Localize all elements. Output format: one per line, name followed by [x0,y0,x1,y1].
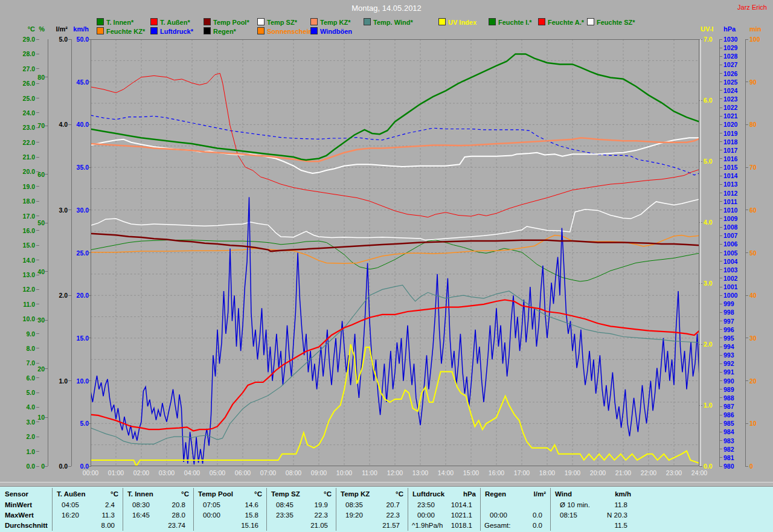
legend-item-regen[interactable]: Regen* [204,27,236,34]
axis-tick-hpa: 1027 [723,61,751,68]
legend-item-uv-index[interactable]: UV Index [438,18,476,25]
legend-swatch [587,18,594,25]
axis-tick-mark [719,364,722,364]
legend-item-feuchte-a[interactable]: Feuchte A.* [538,18,584,25]
axis-tick-mark [719,321,722,321]
table-sensor-unit: l/m² [485,490,546,499]
axis-tick-mark [719,193,722,193]
axis-tick-mark [719,82,722,82]
axis-tick-min: 50 [749,249,773,257]
table-sensor-unit: km/h [555,490,631,499]
legend-item-luftdruck[interactable]: Luftdruck* [150,27,193,34]
axis-tick-mark [719,466,722,467]
table-max-value: 1021.1 [412,511,472,520]
axis-tick-hpa: 1021 [723,112,751,120]
table-column-separator [123,488,123,531]
legend-item-t-innen[interactable]: T. Innen* [97,18,133,25]
axis-tick-mark [719,287,722,287]
legend-swatch [364,18,371,25]
axis-tick-hpa: 1003 [723,266,751,274]
table-avg-value: 11.5 [555,521,627,530]
axis-tick-c: 4.0 [4,403,35,411]
legend-item-windb-en[interactable]: Windböen [310,27,352,34]
axis-tick-mark [719,98,722,99]
table-max-value: 11.3 [57,511,115,520]
axis-tick-km-h: 50.0 [57,36,89,43]
table-separator [0,482,773,487]
axis-tick-mark [719,440,722,441]
axis-tick-min: 90 [749,79,773,86]
legend-swatch [438,18,446,25]
weather-station-window: Montag, 14.05.2012 Jarz Erich T. Innen*T… [0,0,773,532]
x-axis-label: 18:00 [534,469,560,476]
axis-tick-c: 22.0 [4,139,35,146]
table-column-separator [52,488,53,531]
axis-tick-mark [36,260,39,260]
axis-tick-mark [745,124,748,125]
legend-item-temp-kz[interactable]: Temp KZ* [310,18,351,25]
axis-tick-mark [745,466,748,467]
axis-tick-mark [36,348,39,348]
legend-item-t-au-en[interactable]: T. Außen* [150,18,190,25]
x-axis-label: 08:00 [280,469,307,476]
axis-tick-mark [719,449,722,449]
watermark: Jarz Erich [737,4,767,11]
table-min-value: 19.9 [271,501,328,510]
axis-tick-c: 25.0 [4,95,35,102]
series-feuchte-sz [91,199,699,240]
axis-tick-mark [719,372,722,373]
legend-item-sonnenschein[interactable]: Sonnenschein [257,27,312,34]
x-axis-label: 19:00 [559,469,586,476]
legend-label: Feuchte I.* [498,19,532,26]
x-axis-label: 04:00 [179,469,205,476]
x-axis-label: 23:00 [661,469,687,476]
axis-tick-mark [719,107,722,108]
axis-tick-hpa: 1028 [723,53,751,60]
table-column-separator [408,488,408,531]
legend-item-temp-wind[interactable]: Temp. Wind* [364,18,413,25]
table-column-separator [550,488,551,531]
legend-item-feuchte-sz[interactable]: Feuchte SZ* [587,18,635,25]
axis-tick-min: 30 [749,335,773,342]
axis-tick-mark [36,451,39,452]
axis-tick-mark [36,216,39,216]
axis-tick-c: 15.0 [4,242,35,249]
legend-item-feuchte-kz[interactable]: Feuchte KZ* [97,27,145,34]
axis-tick-mark [719,90,722,91]
axis-tick-km-h: 20.0 [57,292,89,299]
legend-label: Temp. Wind* [373,19,413,26]
axis-tick-min: 20 [749,377,773,385]
legend-label: Regen* [213,28,236,35]
legend-label: Feuchte A.* [548,19,584,26]
axis-tick-hpa: 989 [723,386,751,393]
legend-swatch [489,18,496,25]
axis-tick-mark [719,261,722,261]
axis-tick-c: 21.0 [4,153,35,161]
x-axis-label: 09:00 [306,469,332,476]
legend-item-temp-sz[interactable]: Temp SZ* [257,18,297,25]
legend-swatch [538,18,545,25]
table-column-separator [480,488,481,531]
axis-tick-: 50 [13,219,45,226]
axis-tick-mark [719,338,722,338]
x-axis-label: 03:00 [153,469,180,476]
axis-tick-min: 0 [749,463,773,470]
axis-tick-hpa: 984 [723,428,751,435]
axis-tick-mark [719,133,722,133]
legend-item-temp-pool[interactable]: Temp Pool* [204,18,249,25]
axis-tick-hpa: 1004 [723,258,751,265]
x-axis-label: 21:00 [610,469,637,476]
axis-tick-km-h: 5.0 [57,420,89,427]
axis-tick-hpa: 1026 [723,70,751,77]
table-avg-value: 0.0 [485,521,542,530]
table-column-separator [193,488,194,531]
legend-label: Feuchte KZ* [106,28,145,35]
table-min-value [485,501,542,510]
axis-tick-hpa: 988 [723,394,751,402]
table-sensor-unit: hPa [412,490,476,499]
axis-tick-mark [36,142,39,143]
axis-tick-min: 70 [749,164,773,171]
axis-tick-mark [45,77,48,77]
legend-label: UV Index [448,19,476,26]
legend-item-feuchte-i[interactable]: Feuchte I.* [489,18,532,25]
